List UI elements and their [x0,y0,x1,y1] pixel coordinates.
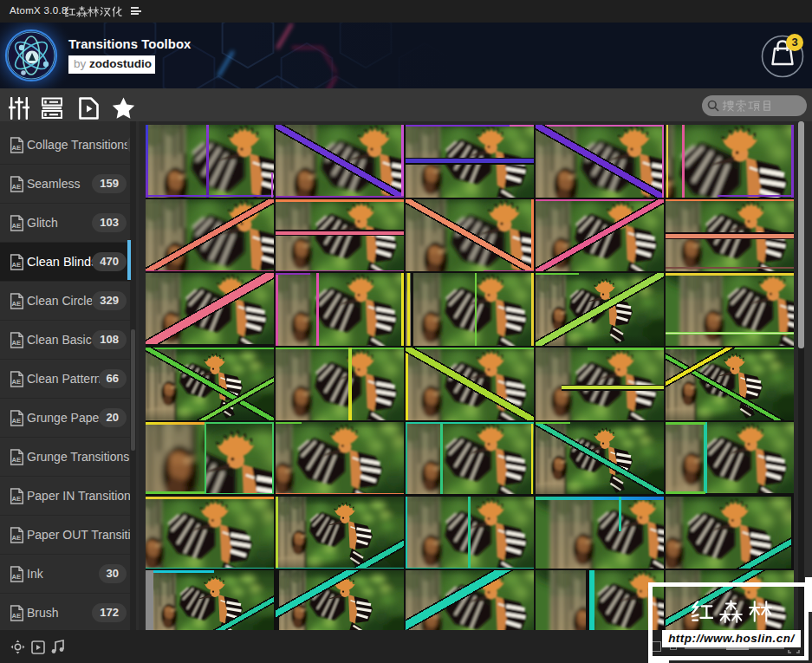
svg-text:AE: AE [12,144,22,152]
svg-text:AE: AE [12,495,22,503]
svg-text:AE: AE [12,573,22,581]
svg-text:AE: AE [12,300,22,308]
svg-text:AE: AE [12,378,22,386]
svg-text:AE: AE [12,456,22,464]
svg-text:AE: AE [12,417,22,425]
svg-text:AE: AE [12,339,22,347]
svg-text:AE: AE [12,612,22,620]
svg-text:AE: AE [12,534,22,542]
svg-text:AE: AE [12,222,22,230]
svg-text:AE: AE [12,183,22,191]
svg-text:AE: AE [12,261,22,269]
